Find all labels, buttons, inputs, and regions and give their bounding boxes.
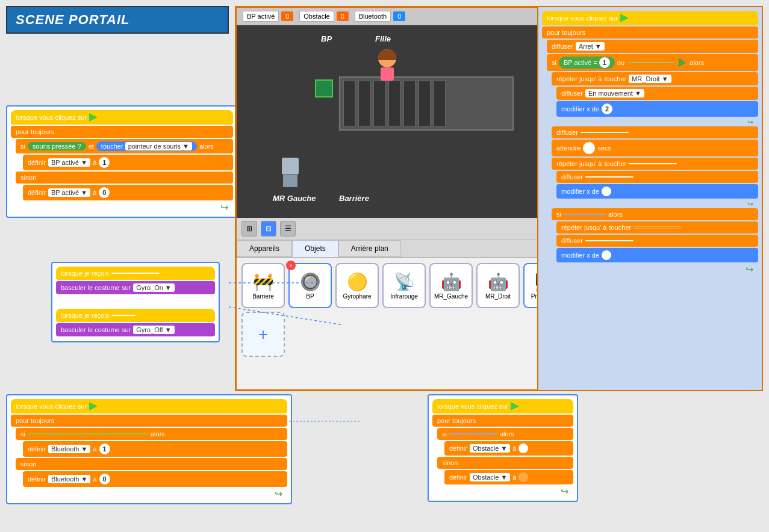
barriere-icon: 🚧 <box>253 272 274 292</box>
hat-block-3: lorsque vous cliquez sur <box>11 399 287 413</box>
girl-head <box>378 49 396 67</box>
bluetooth-var-0[interactable]: Bluetooth ▼ <box>48 475 90 483</box>
code-hat: lorsque vous cliquez sur <box>542 11 758 25</box>
modifier-x2-val <box>602 187 611 196</box>
receive-hat-2: lorsque je reçois <box>56 309 215 322</box>
title-area: SCENE PORTAIL <box>6 6 229 34</box>
bluetooth-var-1[interactable]: Bluetooth ▼ <box>48 445 90 453</box>
bp-value: 0 <box>281 11 293 21</box>
en-mouvement-input[interactable]: En mouvement ▼ <box>585 89 644 97</box>
tab-arriere-plan[interactable]: Arrière plan <box>338 240 401 257</box>
code-attendre: attendre secs <box>552 140 758 156</box>
obstacle-var-1[interactable]: Obstacle ▼ <box>470 444 510 453</box>
bp-var-1[interactable]: BP activé ▼ <box>48 158 90 167</box>
val-1: 1 <box>99 157 110 168</box>
sprite-thumb-gyrophare[interactable]: 🟡 Gyrophare <box>335 263 379 308</box>
sinon-block-3: sinon <box>16 458 287 470</box>
stripe <box>403 81 416 126</box>
sprite-thumb-mrgauche[interactable]: 🤖 MR_Gauche <box>429 263 473 308</box>
x-val-2: 2 <box>602 104 612 114</box>
repeter3-input[interactable] <box>634 226 682 229</box>
val-0: 0 <box>99 187 110 198</box>
tool-btn-3[interactable]: ☰ <box>280 221 296 237</box>
gyro-on-input[interactable]: Gyro_On ▼ <box>133 283 175 292</box>
page-title: SCENE PORTAIL <box>16 12 219 28</box>
code-connector-final: ↪ <box>542 264 758 275</box>
si2-condition <box>564 214 606 215</box>
sprite-thumb-barriere[interactable]: 🚧 Barriere <box>241 263 285 308</box>
obstacle-val-1 <box>518 444 528 453</box>
hat-label-1: lorsque vous cliquez sur <box>16 114 87 121</box>
receive-hat-1: lorsque je reçois <box>56 267 215 280</box>
forever-block-3: pour toujours <box>11 415 287 427</box>
bp-val-1: 1 <box>599 57 610 68</box>
diffuser4-input[interactable] <box>585 240 634 241</box>
modifier-x3-val <box>602 250 611 260</box>
code-connector-1: ↪ <box>552 118 758 126</box>
bp-icon: 🔘 <box>300 272 321 292</box>
bt-val-0: 0 <box>99 474 110 484</box>
costume-block-1: basculer le costume sur Gyro_On ▼ <box>56 281 215 294</box>
arret-input[interactable]: Arret ▼ <box>576 42 605 51</box>
girl-body <box>381 67 394 81</box>
tab-objets[interactable]: Objets <box>292 240 338 257</box>
code-if-bp: si BP activé = 1 ou alors <box>547 54 758 71</box>
bp-label: BP activé <box>243 11 279 22</box>
mr-droit-dropdown[interactable]: MR_Droit ▼ <box>629 75 671 83</box>
if-condition-3 <box>28 433 148 435</box>
obstacle-value: 0 <box>337 11 349 21</box>
obstacle-var-0[interactable]: Obstacle ▼ <box>470 473 510 481</box>
green-flag-3 <box>89 402 98 410</box>
fille-stage-label: Fille <box>375 34 391 43</box>
main-container: SCENE PORTAIL lorsque vous cliquez sur p… <box>0 0 769 532</box>
script-panel-4: lorsque vous cliquez sur pour toujours s… <box>428 394 578 502</box>
script-panel-3: lorsque vous cliquez sur pour toujours s… <box>6 394 292 504</box>
mr-gauche-stage-label: MR Gauche <box>273 194 316 203</box>
code-diffuser-3: diffuser <box>556 171 758 183</box>
pointer-dropdown[interactable]: pointeur de souris ▼ <box>125 142 192 150</box>
tool-btn-1[interactable]: ⊞ <box>241 221 257 237</box>
sinon-block-1: sinon <box>16 172 233 184</box>
stripe <box>434 81 446 126</box>
bp-object[interactable] <box>315 79 333 97</box>
code-diffuser-4: diffuser <box>556 235 758 247</box>
barriere-label: Barriere <box>252 293 274 300</box>
costume-block-2: basculer le costume sur Gyro_Off ▼ <box>56 323 215 336</box>
set-bluetooth-1: définir Bluetooth ▼ à 1 <box>23 441 287 457</box>
receive-input-2[interactable] <box>111 315 135 316</box>
mr-gauche-sprite <box>282 158 299 188</box>
if-label-1: si <box>20 143 25 150</box>
tool-btn-2[interactable]: ⊟ <box>261 221 276 237</box>
toucher-condition: toucher pointeur de souris ▼ <box>96 141 197 151</box>
ou-condition <box>627 62 675 63</box>
code-repeter-3: répéter jusqu' à toucher <box>556 221 758 234</box>
tab-appareils[interactable]: Appareils <box>237 240 292 257</box>
diffuser3-input[interactable] <box>585 176 634 178</box>
set-obstacle-1: définir Obstacle ▼ à <box>444 441 573 456</box>
gyro-off-input[interactable]: Gyro_Off ▼ <box>133 326 174 334</box>
and-label: et <box>89 143 94 150</box>
sprite-thumb-mrdroit[interactable]: 🤖 MR_Droit <box>476 263 520 308</box>
code-si-2: si alors <box>552 208 758 220</box>
girl-hair <box>378 49 396 60</box>
code-diffuser-enmouvement: diffuser En mouvement ▼ <box>556 87 758 100</box>
bp-active-oval: BP activé = 1 <box>559 57 615 69</box>
script-panel-1: lorsque vous cliquez sur pour toujours s… <box>6 105 238 218</box>
set-block-2: définir BP activé ▼ à 0 <box>23 185 233 200</box>
add-sprite-button[interactable]: + <box>241 312 285 357</box>
sprite-thumb-bp[interactable]: × 🔘 BP <box>288 263 332 308</box>
connector-3: ↪ <box>11 488 287 500</box>
receive-input-1[interactable] <box>111 273 160 274</box>
code-diffuser-arret: diffuser Arret ▼ <box>547 40 758 53</box>
bp-status: BP activé 0 <box>243 11 293 22</box>
robot-head-l <box>282 158 299 175</box>
diffuser2-input[interactable] <box>581 132 629 133</box>
sprite-thumb-infrarouge[interactable]: 📡 Infrarouge <box>382 263 426 308</box>
mrdroit-icon: 🤖 <box>488 272 509 292</box>
repeter2-input[interactable] <box>629 163 677 164</box>
bp-var-2[interactable]: BP activé ▼ <box>48 188 90 197</box>
set-obstacle-0: définir Obstacle ▼ à <box>444 470 573 484</box>
if-block-3: si alors <box>16 428 287 440</box>
barriere-stage-label: Barrière <box>339 194 369 203</box>
delete-bp[interactable]: × <box>286 261 296 270</box>
